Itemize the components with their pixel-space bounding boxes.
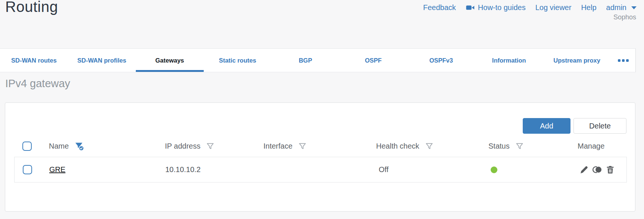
cell-ip-address: 10.10.10.2 xyxy=(165,165,264,174)
status-up-indicator xyxy=(491,166,497,173)
tab-information[interactable]: Information xyxy=(475,49,543,72)
filter-icon[interactable] xyxy=(206,142,215,150)
table-toolbar: Add Delete xyxy=(523,118,626,134)
row-checkbox[interactable] xyxy=(23,165,32,174)
routing-page: Routing Feedback How-to guides Log viewe… xyxy=(0,0,644,219)
add-button[interactable]: Add xyxy=(523,118,570,134)
howto-guides-link[interactable]: How-to guides xyxy=(466,3,526,12)
edit-icon[interactable] xyxy=(579,165,589,174)
tab-bgp[interactable]: BGP xyxy=(272,49,340,72)
select-all-checkbox[interactable] xyxy=(22,142,32,151)
tab-sdwan-profiles[interactable]: SD-WAN profiles xyxy=(68,49,136,72)
table-header: Name IP address Interface xyxy=(14,138,627,154)
tab-ospf[interactable]: OSPF xyxy=(339,49,407,72)
trash-icon[interactable] xyxy=(606,165,615,174)
column-header-interface: Interface xyxy=(263,142,293,150)
chevron-down-icon xyxy=(631,6,637,9)
feedback-link[interactable]: Feedback xyxy=(423,3,456,12)
header-nav: Feedback How-to guides Log viewer Help a… xyxy=(423,3,637,12)
filter-icon[interactable] xyxy=(425,142,434,150)
page-title: Routing xyxy=(5,0,58,15)
column-header-manage: Manage xyxy=(578,142,604,150)
ellipsis-icon xyxy=(618,59,620,62)
filter-icon[interactable] xyxy=(298,142,307,150)
filter-active-icon[interactable] xyxy=(74,141,84,151)
column-header-status: Status xyxy=(488,142,510,150)
delete-button[interactable]: Delete xyxy=(573,118,626,134)
tab-sdwan-routes[interactable]: SD-WAN routes xyxy=(0,49,68,72)
column-header-health-check: Health check xyxy=(376,142,419,150)
section-title: IPv4 gateway xyxy=(5,77,70,90)
filter-icon[interactable] xyxy=(515,142,524,150)
clone-icon[interactable] xyxy=(592,165,602,174)
help-link[interactable]: Help xyxy=(581,3,596,12)
tab-upstream-proxy[interactable]: Upstream proxy xyxy=(543,49,611,72)
cell-manage xyxy=(578,165,626,174)
cell-health-check: Off xyxy=(376,165,489,174)
column-header-name: Name xyxy=(49,142,69,150)
gateway-name-link[interactable]: GRE xyxy=(49,165,65,174)
tab-ospfv3[interactable]: OSPFv3 xyxy=(407,49,475,72)
log-viewer-link[interactable]: Log viewer xyxy=(535,3,572,12)
video-camera-icon xyxy=(466,4,475,11)
user-menu[interactable]: admin xyxy=(606,3,637,12)
tab-static-routes[interactable]: Static routes xyxy=(204,49,272,72)
tab-bar: SD-WAN routes SD-WAN profiles Gateways S… xyxy=(0,48,636,72)
org-name: Sophos xyxy=(613,13,636,21)
tab-gateways[interactable]: Gateways xyxy=(136,49,204,72)
more-tabs-button[interactable] xyxy=(611,49,635,72)
table-row: GRE 10.10.10.2 Off xyxy=(14,157,627,182)
gateway-panel: Add Delete Name IP address xyxy=(5,102,635,212)
column-header-ip-address: IP address xyxy=(165,142,200,150)
